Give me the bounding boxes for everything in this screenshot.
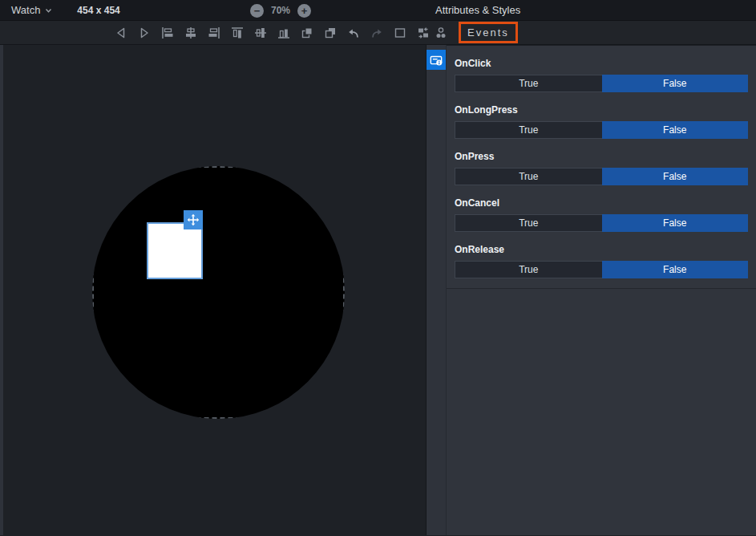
onpress-toggle: True False [455, 168, 748, 185]
panel-header: Attributes & Styles [426, 0, 756, 20]
device-dropdown-label: Watch [11, 4, 40, 16]
tab-events[interactable]: Events [459, 22, 518, 43]
group-icon [434, 26, 448, 40]
panel-tabs-row: Events [431, 21, 756, 44]
align-horizontal-center-icon[interactable] [184, 26, 198, 40]
marquee-icon[interactable] [393, 26, 407, 40]
onlongpress-true-button[interactable]: True [455, 122, 602, 138]
event-name: OnRelease [455, 232, 748, 255]
onrelease-toggle: True False [455, 261, 748, 278]
zoom-out-button[interactable]: − [250, 4, 264, 18]
swap-icon[interactable] [416, 26, 431, 40]
move-handle[interactable] [184, 210, 203, 229]
zoom-controls: − 70% + [250, 0, 311, 21]
onclick-toggle: True False [455, 75, 748, 92]
event-name: OnClick [455, 46, 748, 69]
event-name: OnCancel [455, 185, 748, 209]
undo-icon[interactable] [346, 26, 361, 40]
next-icon[interactable] [137, 26, 152, 40]
event-name: OnPress [455, 139, 748, 162]
chevron-down-icon [44, 6, 53, 14]
onlongpress-false-button[interactable]: False [602, 121, 749, 139]
attributes-panel-icon [428, 52, 444, 68]
align-left-icon[interactable] [160, 26, 175, 40]
onpress-false-button[interactable]: False [602, 168, 749, 185]
panel-icon-strip [426, 45, 446, 535]
panel-title: Attributes & Styles [435, 4, 520, 16]
event-row-onpress: OnPress True False [455, 139, 748, 185]
align-right-icon[interactable] [207, 26, 221, 40]
previous-icon[interactable] [114, 26, 128, 40]
onrelease-true-button[interactable]: True [455, 262, 602, 278]
oncancel-false-button[interactable]: False [602, 214, 749, 232]
event-row-onclick: OnClick True False [455, 46, 748, 92]
send-backward-icon[interactable] [323, 26, 338, 40]
onclick-false-button[interactable]: False [602, 75, 749, 92]
tab-events-label: Events [467, 26, 509, 39]
top-bar-left: Watch 454 x 454 − 70% + [0, 0, 426, 20]
design-canvas[interactable] [0, 45, 426, 535]
selected-square-element[interactable] [147, 222, 203, 279]
redo-icon[interactable] [370, 26, 384, 40]
oncancel-true-button[interactable]: True [455, 215, 602, 231]
align-bottom-icon[interactable] [277, 26, 291, 40]
watch-face-preview[interactable] [92, 166, 345, 419]
onrelease-false-button[interactable]: False [602, 261, 749, 278]
event-name: OnLongPress [455, 92, 748, 116]
top-bar: Watch 454 x 454 − 70% + Attributes & Sty… [0, 0, 756, 21]
events-panel: OnClick True False OnLongPress True Fals… [446, 45, 756, 535]
main-area: OnClick True False OnLongPress True Fals… [0, 45, 756, 535]
canvas-left-edge [0, 45, 3, 535]
canvas-dimensions: 454 x 454 [77, 5, 119, 16]
onclick-true-button[interactable]: True [455, 75, 602, 91]
zoom-in-button[interactable]: + [297, 4, 311, 18]
watch-face-selection-bounds [92, 166, 345, 419]
align-top-icon[interactable] [230, 26, 245, 40]
align-vertical-center-icon[interactable] [253, 26, 268, 40]
onpress-true-button[interactable]: True [455, 169, 602, 185]
panel-empty-area [447, 289, 756, 535]
onlongpress-toggle: True False [455, 121, 748, 139]
bring-forward-icon[interactable] [300, 26, 314, 40]
events-list: OnClick True False OnLongPress True Fals… [447, 45, 756, 289]
oncancel-toggle: True False [455, 214, 748, 232]
toolbar [0, 21, 431, 44]
event-row-oncancel: OnCancel True False [455, 185, 748, 232]
attributes-panel-tab[interactable] [427, 50, 447, 70]
event-row-onrelease: OnRelease True False [455, 232, 748, 278]
toolbar-row: Events [0, 21, 756, 45]
event-row-onlongpress: OnLongPress True False [455, 92, 748, 139]
group-tool[interactable] [431, 26, 451, 40]
zoom-level: 70% [271, 5, 290, 16]
device-dropdown[interactable]: Watch [11, 4, 53, 16]
move-arrows-icon [187, 213, 200, 226]
